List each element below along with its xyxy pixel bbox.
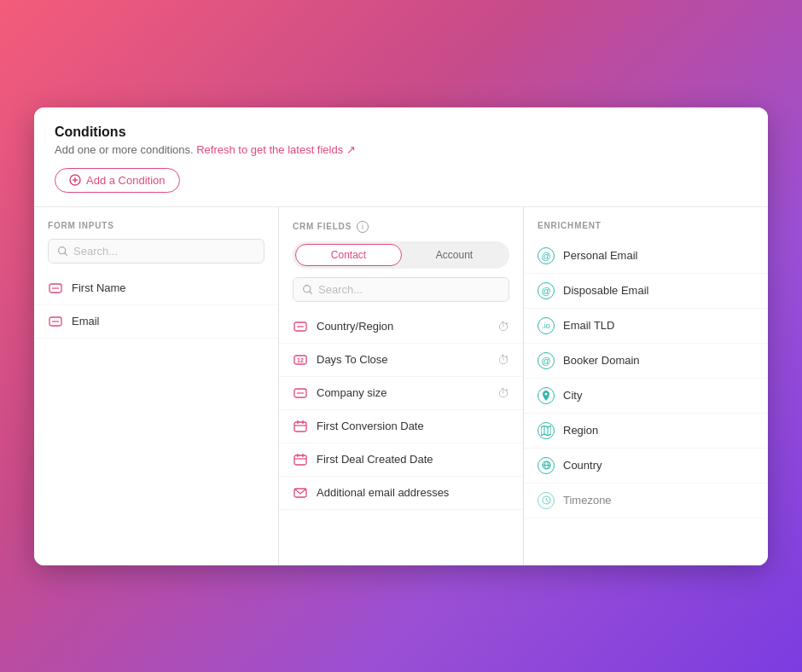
globe-icon: [542, 461, 551, 470]
search-icon: [302, 284, 313, 295]
crm-search-input[interactable]: [318, 283, 500, 296]
list-item[interactable]: @ Booker Domain: [524, 344, 768, 379]
list-item[interactable]: Company size ⏱: [279, 377, 523, 410]
field-icon: 12: [293, 352, 308, 368]
card-title: Conditions: [55, 125, 747, 140]
form-inputs-search-box[interactable]: [48, 239, 264, 264]
clock-icon: ⏱: [497, 353, 509, 367]
item-label: First Conversion Date: [317, 420, 509, 432]
enrichment-timezone-icon: [538, 492, 555, 509]
list-item[interactable]: First Name: [34, 272, 278, 305]
card-subtitle: Add one or more conditions. Refresh to g…: [55, 143, 747, 156]
crm-fields-header: CRM FIELDS i: [279, 207, 523, 241]
item-label: Booker Domain: [563, 354, 754, 367]
number-field-icon: 12: [293, 353, 307, 367]
item-label: Country: [563, 459, 754, 472]
item-label: Company size: [317, 386, 489, 399]
item-label: Additional email addresses: [317, 486, 509, 499]
svg-marker-27: [541, 426, 551, 436]
crm-fields-column: CRM FIELDS i Contact Account: [279, 207, 524, 565]
form-inputs-column: FORM INPUTS First Name: [34, 207, 279, 565]
list-item[interactable]: Timezone: [524, 484, 768, 518]
form-inputs-search-input[interactable]: [73, 245, 255, 258]
enrichment-at-icon: @: [538, 352, 555, 369]
crm-search-box[interactable]: [293, 277, 509, 302]
map-icon: [541, 426, 551, 436]
enrichment-label: ENRICHMENT: [538, 221, 602, 230]
svg-line-4: [65, 252, 67, 255]
field-icon: [293, 452, 308, 467]
list-item[interactable]: Additional email addresses: [279, 477, 523, 510]
enrichment-pin-icon: [538, 387, 555, 404]
field-icon: [293, 319, 308, 334]
crm-fields-label: CRM FIELDS: [293, 222, 352, 231]
clock-circle-icon: [542, 495, 551, 505]
svg-point-26: [545, 392, 548, 395]
item-label: Region: [563, 424, 754, 437]
item-label: City: [563, 389, 754, 402]
enrichment-at-icon: @: [538, 282, 555, 299]
item-label: Country/Region: [317, 320, 489, 333]
clock-icon: ⏱: [497, 386, 509, 400]
item-label: Timezone: [563, 494, 754, 507]
item-label: Personal Email: [563, 249, 754, 262]
calendar-field-icon: [293, 420, 307, 433]
pin-icon: [542, 391, 550, 401]
list-item[interactable]: City: [524, 379, 768, 414]
list-item[interactable]: Email: [34, 305, 278, 339]
form-inputs-header: FORM INPUTS: [34, 207, 278, 239]
field-icon: [293, 385, 308, 401]
enrichment-map-icon: [538, 422, 555, 439]
search-icon: [57, 246, 68, 257]
item-label: First Deal Created Date: [317, 453, 509, 466]
svg-line-10: [310, 291, 312, 293]
item-label: Days To Close: [317, 353, 489, 366]
item-label: First Name: [72, 281, 264, 294]
email-field-icon: [293, 486, 307, 500]
svg-line-35: [546, 501, 548, 502]
form-inputs-list: First Name Email: [34, 272, 278, 565]
list-item[interactable]: @ Disposable Email: [524, 274, 768, 309]
card-header: Conditions Add one or more conditions. R…: [34, 107, 768, 207]
enrichment-io-icon: .io: [538, 317, 555, 334]
item-label: Email TLD: [563, 319, 754, 332]
clock-icon: ⏱: [497, 320, 509, 333]
conditions-card: Conditions Add one or more conditions. R…: [34, 107, 768, 565]
subtitle-text: Add one or more conditions.: [55, 143, 196, 156]
tab-contact[interactable]: Contact: [295, 244, 402, 266]
item-label: Disposable Email: [563, 284, 754, 297]
tab-account[interactable]: Account: [402, 244, 507, 266]
crm-tab-group: Contact Account: [293, 241, 509, 269]
item-label: Email: [72, 315, 264, 327]
enrichment-at-icon: @: [538, 247, 555, 264]
list-item[interactable]: 12 Days To Close ⏱: [279, 344, 523, 377]
svg-text:12: 12: [297, 357, 304, 363]
list-item[interactable]: @ Personal Email: [524, 239, 768, 274]
list-item[interactable]: .io Email TLD: [524, 309, 768, 344]
plus-circle-icon: [69, 174, 81, 186]
list-item[interactable]: First Deal Created Date: [279, 443, 523, 477]
svg-rect-21: [294, 455, 306, 465]
enrichment-globe-icon: [538, 457, 555, 474]
text-field-icon: [49, 281, 62, 295]
text-field-icon: [49, 315, 62, 328]
field-icon: [293, 485, 308, 501]
list-item[interactable]: First Conversion Date: [279, 410, 523, 443]
text-field-icon: [293, 386, 307, 400]
text-field-icon: [293, 320, 307, 333]
info-icon[interactable]: i: [357, 221, 369, 233]
form-inputs-label: FORM INPUTS: [48, 221, 114, 230]
columns-container: FORM INPUTS First Name: [34, 207, 768, 565]
crm-fields-list: Country/Region ⏱ 12 Days To Close ⏱: [279, 310, 523, 565]
refresh-link[interactable]: Refresh to get the latest fields ↗: [196, 143, 356, 156]
list-item[interactable]: Country: [524, 449, 768, 484]
field-icon: [293, 419, 308, 434]
enrichment-list: @ Personal Email @ Disposable Email .io …: [524, 239, 768, 565]
add-condition-label: Add a Condition: [86, 174, 166, 187]
field-icon: [48, 281, 63, 296]
add-condition-button[interactable]: Add a Condition: [55, 168, 180, 193]
svg-rect-17: [294, 422, 306, 432]
list-item[interactable]: Region: [524, 414, 768, 449]
field-icon: [48, 314, 63, 329]
list-item[interactable]: Country/Region ⏱: [279, 310, 523, 344]
